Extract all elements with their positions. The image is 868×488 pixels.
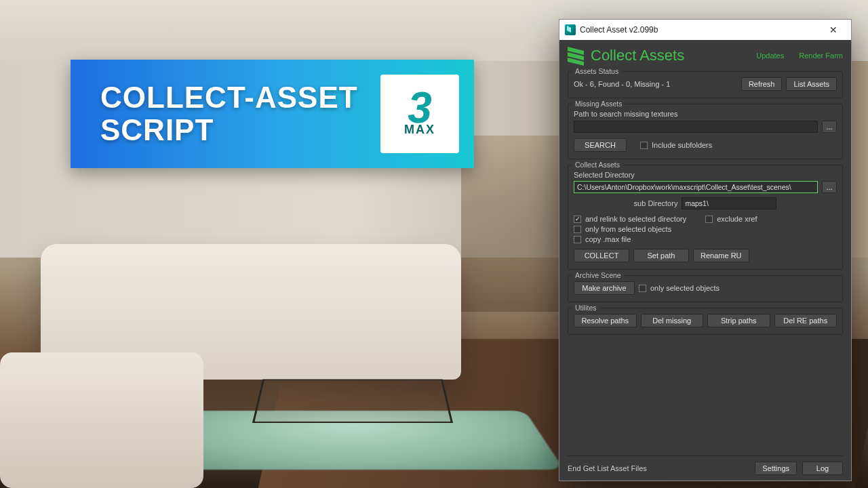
make-archive-button[interactable]: Make archive	[574, 281, 635, 295]
status-text: Ok - 6, Found - 0, Missing - 1	[574, 80, 737, 88]
max-logo-text: MAX	[404, 123, 435, 137]
exclude-xref-checkbox[interactable]: exclude xref	[705, 215, 757, 223]
bg-coffee-table	[252, 380, 453, 423]
close-button[interactable]: ✕	[820, 20, 847, 39]
relink-label: and relink to selected directory	[585, 215, 686, 223]
group-utilites: Utilites Resolve paths Del missing Strip…	[568, 308, 843, 335]
exclude-xref-label: exclude xref	[717, 215, 757, 223]
archive-only-selected-label: only selected objects	[650, 284, 719, 292]
only-selected-label: only from selected objects	[585, 225, 671, 233]
list-assets-button[interactable]: List Assets	[786, 77, 837, 91]
title-banner: COLLECT-ASSET SCRIPT 3 MAX	[71, 60, 474, 168]
relink-checkbox[interactable]: and relink to selected directory	[574, 215, 686, 223]
set-path-button[interactable]: Set path	[633, 249, 689, 262]
group-archive-scene: Archive Scene Make archive only selected…	[568, 275, 843, 302]
include-subfolders-checkbox[interactable]: Include subfolders	[640, 141, 712, 149]
header-title: Collect Assets	[591, 47, 741, 64]
include-subfolders-label: Include subfolders	[652, 141, 712, 149]
log-button[interactable]: Log	[802, 462, 843, 475]
sub-dir-label: sub Directory	[634, 199, 678, 207]
group-assets-status: Assets Status Ok - 6, Found - 0, Missing…	[568, 71, 843, 98]
sub-dir-input[interactable]	[682, 197, 776, 209]
group-title-status: Assets Status	[572, 67, 621, 75]
footer-status: End Get List Asset Files	[568, 464, 749, 472]
dialog-body: Collect Assets Updates Render Farm Asset…	[559, 40, 851, 481]
footer: End Get List Asset Files Settings Log	[568, 455, 843, 475]
group-title-missing: Missing Assets	[572, 100, 625, 108]
banner-text: COLLECT-ASSET SCRIPT	[100, 81, 358, 146]
banner-line1: COLLECT-ASSET	[100, 81, 358, 114]
copy-max-label: copy .max file	[585, 235, 631, 243]
app-icon	[565, 24, 576, 35]
group-collect-assets: Collect Assets Selected Directory ... su…	[568, 165, 843, 270]
group-title-archive: Archive Scene	[572, 271, 624, 279]
group-title-util: Utilites	[572, 304, 599, 312]
link-updates[interactable]: Updates	[756, 52, 784, 60]
only-selected-checkbox[interactable]: only from selected objects	[574, 225, 837, 233]
collect-asset-dialog: Collect Asset v2.099b ✕ Collect Assets U…	[559, 19, 852, 481]
missing-path-input[interactable]	[574, 121, 818, 133]
max-logo-3: 3	[408, 91, 432, 125]
settings-button[interactable]: Settings	[755, 462, 797, 475]
rename-ru-button[interactable]: Rename RU	[693, 249, 749, 262]
max-logo: 3 MAX	[380, 75, 459, 153]
search-button[interactable]: SEARCH	[574, 138, 627, 152]
copy-max-checkbox[interactable]: copy .max file	[574, 235, 837, 243]
archive-only-selected-checkbox[interactable]: only selected objects	[639, 284, 719, 292]
missing-browse-button[interactable]: ...	[822, 121, 837, 133]
resolve-paths-button[interactable]: Resolve paths	[574, 314, 637, 327]
collect-assets-icon	[568, 47, 584, 64]
group-title-collect: Collect Assets	[572, 161, 623, 169]
selected-dir-label: Selected Directory	[574, 171, 837, 179]
bg-sofa-chaise	[0, 352, 203, 488]
strip-paths-button[interactable]: Strip paths	[707, 314, 770, 327]
link-renderfarm[interactable]: Render Farm	[799, 52, 843, 60]
banner-line2: SCRIPT	[100, 114, 358, 146]
del-missing-button[interactable]: Del missing	[641, 314, 704, 327]
titlebar[interactable]: Collect Asset v2.099b ✕	[559, 20, 851, 40]
window-title: Collect Asset v2.099b	[580, 25, 658, 35]
header: Collect Assets Updates Render Farm	[568, 47, 843, 64]
collect-button[interactable]: COLLECT	[574, 249, 629, 262]
selected-dir-input[interactable]	[574, 181, 818, 193]
refresh-button[interactable]: Refresh	[741, 77, 783, 91]
group-missing-assets: Missing Assets Path to search missing te…	[568, 104, 843, 159]
selected-dir-browse-button[interactable]: ...	[822, 181, 837, 193]
missing-path-label: Path to search missing textures	[574, 110, 837, 118]
del-re-paths-button[interactable]: Del RE paths	[774, 314, 837, 327]
